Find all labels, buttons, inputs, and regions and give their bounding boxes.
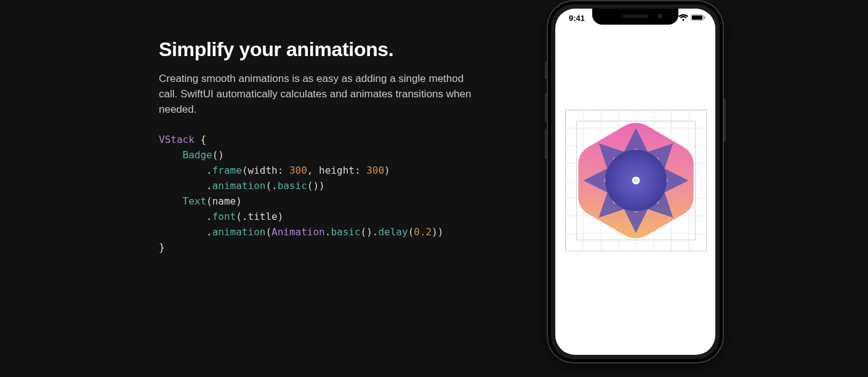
feature-heading: Simplify your animations. [159, 38, 504, 61]
power-button-icon [724, 99, 726, 142]
wifi-icon [678, 14, 688, 21]
cellular-icon [665, 14, 676, 21]
volume-up-icon [545, 92, 547, 122]
preview-canvas [565, 110, 707, 251]
mute-switch-icon [545, 62, 547, 79]
device-mockup: 9:41 [547, 0, 724, 363]
svg-rect-2 [671, 16, 673, 21]
svg-rect-3 [674, 14, 676, 21]
svg-rect-0 [665, 18, 667, 21]
page-root: Simplify your animations. Creating smoot… [0, 0, 868, 377]
device-screen: 9:41 [555, 9, 715, 355]
status-icons [665, 14, 705, 21]
battery-icon [691, 14, 705, 21]
volume-down-icon [545, 129, 547, 159]
svg-point-4 [682, 19, 684, 21]
status-bar: 9:41 [555, 9, 715, 27]
feature-copy: Simplify your animations. Creating smoot… [159, 38, 504, 117]
svg-rect-7 [704, 17, 705, 19]
feature-paragraph: Creating smooth animations is as easy as… [159, 71, 473, 117]
status-time: 9:41 [569, 14, 585, 23]
code-snippet: VStack { Badge() .frame(width: 300, heig… [159, 132, 443, 255]
svg-rect-1 [669, 17, 670, 21]
svg-rect-6 [692, 15, 702, 20]
badge-icon [572, 116, 700, 245]
svg-point-11 [634, 179, 638, 182]
